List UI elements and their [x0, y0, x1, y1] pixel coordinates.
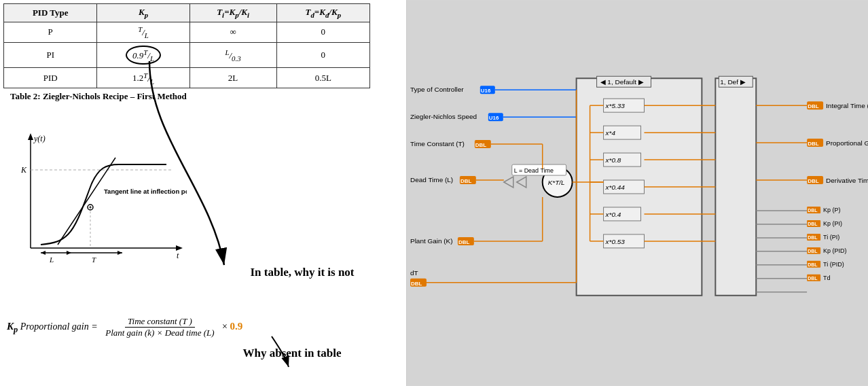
svg-text:t: t	[177, 251, 179, 260]
svg-marker-14	[67, 251, 71, 255]
right-panel: Type of Controller U16 Ziegler-Nichlos S…	[406, 0, 868, 386]
svg-text:DBL: DBL	[411, 281, 422, 287]
svg-text:DBL: DBL	[475, 142, 487, 148]
svg-rect-111	[807, 234, 820, 241]
svg-text:DBL: DBL	[808, 235, 818, 240]
svg-rect-57	[719, 76, 753, 87]
svg-text:Kp (PID): Kp (PID)	[823, 247, 846, 254]
left-panel: PID Type Kp Ti=Kp/Ki Td=Kd/Kp P T/L ∞ 0 …	[3, 3, 384, 102]
svg-text:DBL: DBL	[808, 222, 818, 226]
svg-text:Integral Time (Ti): Integral Time (Ti)	[826, 102, 868, 109]
formula-proportional: Proportional gain =	[20, 321, 100, 332]
svg-rect-36	[458, 237, 474, 245]
svg-text:Type of Controller: Type of Controller	[410, 86, 464, 93]
svg-text:Plant Gain (K): Plant Gain (K)	[410, 237, 453, 245]
formula-kp: Kp	[7, 321, 18, 332]
table-caption: Table 2: Ziegler-Nichols Recipe – First …	[10, 91, 384, 102]
svg-rect-105	[807, 207, 820, 213]
oval-highlight: 0.9T/L	[126, 46, 161, 65]
svg-text:DBL: DBL	[808, 208, 818, 213]
svg-rect-102	[807, 176, 823, 184]
formula-value: 0.9	[230, 321, 243, 332]
table-row-p: P T/L ∞ 0	[4, 22, 370, 42]
svg-marker-2	[28, 133, 33, 140]
svg-text:Dead Time (L): Dead Time (L)	[410, 176, 453, 183]
cell-type-p: P	[4, 22, 97, 42]
graph-area: y(t) t K L T Tangent line at inflection …	[3, 129, 194, 279]
svg-text:Kp (P): Kp (P)	[823, 207, 840, 213]
svg-marker-3	[176, 245, 183, 251]
graph-svg: y(t) t K L T Tangent line at inflection …	[3, 129, 187, 272]
svg-text:y(t): y(t)	[33, 134, 46, 143]
col-header-ti: Ti=Kp/Ki	[189, 4, 276, 22]
lv-diagram-svg: Type of Controller U16 Ziegler-Nichlos S…	[407, 0, 868, 386]
svg-rect-46	[604, 126, 641, 139]
svg-text:U16: U16	[489, 115, 499, 121]
svg-rect-117	[807, 261, 820, 268]
svg-rect-30	[475, 140, 491, 148]
table-row-pi: PI 0.9T/L L/0.3 0	[4, 42, 370, 68]
svg-rect-22	[407, 0, 868, 385]
svg-text:K: K	[20, 165, 27, 175]
cell-type-pi: PI	[4, 42, 97, 68]
svg-marker-13	[41, 251, 46, 255]
svg-rect-48	[604, 153, 641, 166]
svg-text:x*0.44: x*0.44	[605, 183, 626, 191]
svg-text:Proportional Gain (Kp): Proportional Gain (Kp)	[826, 139, 868, 147]
svg-marker-17	[117, 251, 122, 255]
formula-denominator: Plant gain (k) × Dead time (L)	[103, 328, 217, 338]
cell-ti-pid: 2L	[189, 68, 276, 88]
zn-table: PID Type Kp Ti=Kp/Ki Td=Kd/Kp P T/L ∞ 0 …	[3, 3, 370, 88]
svg-rect-108	[807, 220, 820, 227]
svg-line-8	[58, 158, 115, 245]
svg-rect-50	[604, 180, 645, 194]
svg-rect-61	[512, 164, 566, 175]
svg-text:T: T	[92, 256, 96, 264]
cell-td-pi: 0	[276, 42, 369, 68]
svg-rect-56	[715, 78, 756, 296]
col-header-kp: Kp	[97, 4, 189, 22]
svg-text:DBL: DBL	[808, 178, 819, 184]
svg-text:Kp (PI): Kp (PI)	[823, 220, 842, 227]
svg-text:K*T/L: K*T/L	[548, 179, 565, 186]
col-header-td: Td=Kd/Kp	[276, 4, 369, 22]
svg-text:DBL: DBL	[808, 141, 819, 147]
formula-fraction: Time constant (T ) Plant gain (k) × Dead…	[103, 316, 217, 338]
svg-text:x*0.53: x*0.53	[605, 238, 626, 245]
svg-rect-39	[410, 279, 427, 287]
formula-numerator: Time constant (T )	[125, 316, 195, 328]
svg-text:x*0.4: x*0.4	[605, 211, 621, 218]
formula-times: ×	[222, 321, 230, 332]
svg-rect-96	[807, 101, 823, 109]
svg-rect-42	[597, 76, 651, 87]
svg-text:x*4: x*4	[605, 129, 616, 137]
svg-text:U16: U16	[481, 88, 491, 94]
svg-rect-33	[460, 176, 476, 184]
cell-td-pid: 0.5L	[276, 68, 369, 88]
svg-text:1, Def ▶: 1, Def ▶	[720, 78, 745, 86]
cell-kp-pi: 0.9T/L	[97, 42, 189, 68]
svg-rect-120	[807, 275, 820, 281]
svg-text:DBL: DBL	[808, 249, 818, 253]
svg-text:Ziegler-Nichlos Speed: Ziegler-Nichlos Speed	[410, 113, 477, 120]
svg-marker-64	[517, 177, 526, 188]
svg-text:DBL: DBL	[808, 262, 818, 267]
svg-rect-41	[577, 78, 702, 296]
annotation-why-absent: Why absent in table	[211, 347, 374, 360]
cell-td-p: 0	[276, 22, 369, 42]
svg-text:Ti (PID): Ti (PID)	[823, 261, 844, 268]
svg-text:DBL: DBL	[808, 276, 818, 281]
svg-text:DBL: DBL	[460, 178, 472, 184]
svg-text:x*0.8: x*0.8	[605, 156, 621, 164]
svg-text:Td: Td	[823, 275, 830, 281]
svg-marker-63	[504, 177, 513, 188]
svg-rect-24	[480, 86, 495, 94]
svg-text:Ti (PI): Ti (PI)	[823, 234, 839, 241]
annotation-in-table: In table, why it is not	[228, 265, 377, 280]
svg-rect-114	[807, 247, 820, 254]
cell-type-pid: PID	[4, 68, 97, 88]
svg-text:dT: dT	[410, 269, 418, 277]
svg-rect-99	[807, 139, 823, 147]
svg-text:L: L	[49, 256, 54, 264]
cell-kp-pid: 1.2T/L	[97, 68, 189, 88]
